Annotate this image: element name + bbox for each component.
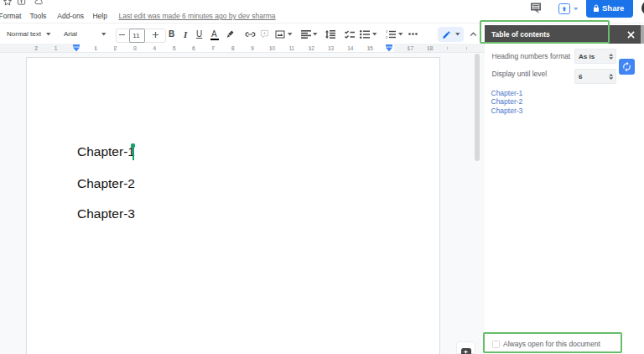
svg-text:1: 1 — [386, 30, 388, 34]
svg-text:2: 2 — [386, 35, 388, 39]
